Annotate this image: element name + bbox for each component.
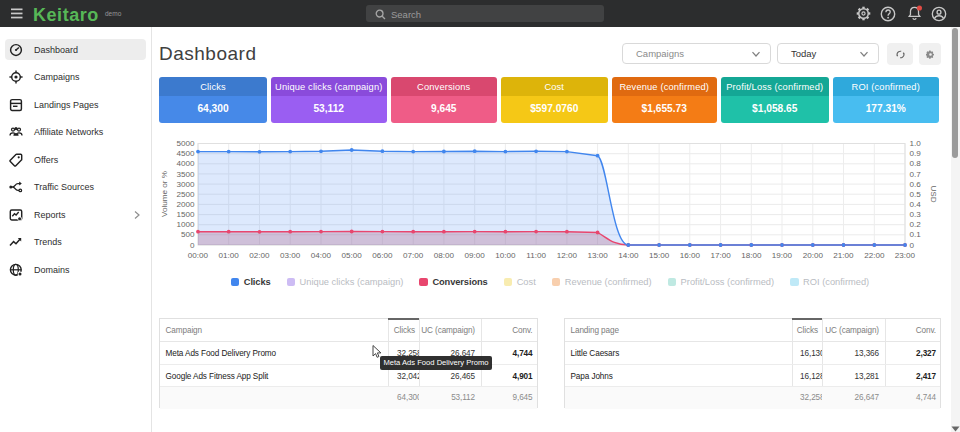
svg-text:Volume or %: Volume or % (160, 171, 169, 217)
svg-text:4000: 4000 (176, 159, 195, 168)
svg-text:0: 0 (910, 241, 915, 250)
svg-text:08:00: 08:00 (434, 251, 455, 260)
svg-text:19:00: 19:00 (772, 251, 793, 260)
svg-text:00:00: 00:00 (188, 251, 209, 260)
svg-text:12:00: 12:00 (557, 251, 578, 260)
svg-text:USD: USD (929, 185, 938, 202)
svg-text:0.5: 0.5 (910, 190, 922, 199)
svg-text:14:00: 14:00 (618, 251, 639, 260)
svg-text:0.7: 0.7 (910, 170, 922, 179)
svg-text:04:00: 04:00 (311, 251, 332, 260)
svg-text:3500: 3500 (176, 170, 195, 179)
svg-text:07:00: 07:00 (403, 251, 424, 260)
svg-text:0.2: 0.2 (910, 220, 922, 229)
svg-text:0.6: 0.6 (910, 180, 922, 189)
svg-text:16:00: 16:00 (680, 251, 701, 260)
svg-text:4500: 4500 (176, 149, 195, 158)
svg-text:5000: 5000 (176, 139, 195, 148)
svg-text:500: 500 (181, 230, 195, 239)
svg-text:11:00: 11:00 (526, 251, 546, 260)
svg-text:2500: 2500 (176, 190, 195, 199)
svg-text:21:00: 21:00 (833, 251, 854, 260)
svg-text:2000: 2000 (176, 200, 195, 209)
svg-text:23:00: 23:00 (895, 251, 916, 260)
svg-text:10:00: 10:00 (495, 251, 516, 260)
svg-text:20:00: 20:00 (803, 251, 824, 260)
svg-text:09:00: 09:00 (465, 251, 486, 260)
svg-text:02:00: 02:00 (249, 251, 270, 260)
svg-text:1500: 1500 (176, 210, 195, 219)
svg-text:13:00: 13:00 (587, 251, 608, 260)
svg-text:0.9: 0.9 (910, 149, 922, 158)
svg-text:15:00: 15:00 (649, 251, 670, 260)
svg-text:0.1: 0.1 (910, 230, 922, 239)
svg-text:17:00: 17:00 (710, 251, 731, 260)
svg-text:3000: 3000 (176, 180, 195, 189)
svg-text:0.4: 0.4 (910, 200, 922, 209)
svg-text:22:00: 22:00 (864, 251, 885, 260)
svg-text:1000: 1000 (176, 220, 195, 229)
svg-text:05:00: 05:00 (342, 251, 363, 260)
svg-text:06:00: 06:00 (372, 251, 393, 260)
svg-text:0: 0 (190, 241, 195, 250)
svg-text:0.8: 0.8 (910, 159, 922, 168)
svg-text:01:00: 01:00 (219, 251, 240, 260)
svg-text:03:00: 03:00 (280, 251, 301, 260)
svg-text:18:00: 18:00 (741, 251, 762, 260)
svg-text:0.3: 0.3 (910, 210, 922, 219)
svg-text:1.0: 1.0 (910, 139, 922, 148)
